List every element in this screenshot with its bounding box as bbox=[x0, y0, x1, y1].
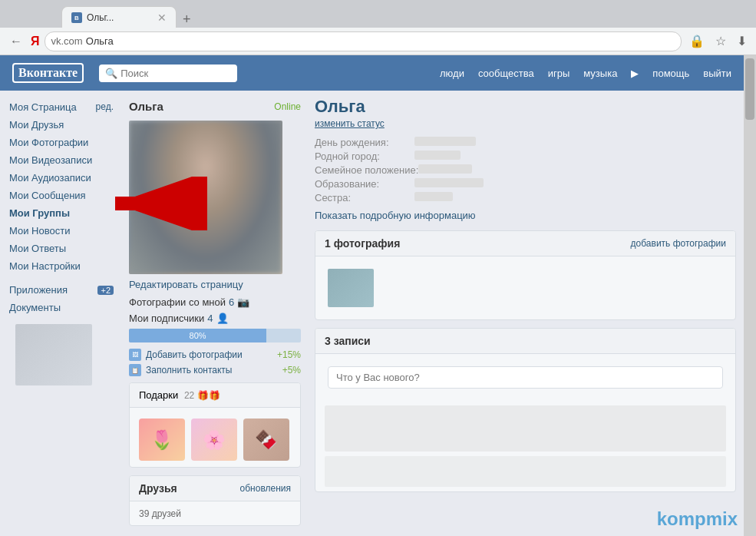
task-contacts-bonus: +5% bbox=[282, 365, 301, 376]
add-photos-link[interactable]: добавить фотографии bbox=[631, 238, 726, 249]
search-input[interactable] bbox=[120, 68, 213, 79]
sidebar-item-news[interactable]: Мои Новости bbox=[0, 222, 123, 240]
friends-box: Друзья обновления 39 друзей bbox=[129, 475, 301, 526]
scrollbar-thumb[interactable] bbox=[745, 58, 754, 120]
field-family: Семейное положение: bbox=[315, 164, 736, 176]
nav-music[interactable]: музыка bbox=[583, 68, 617, 79]
breadcrumb: Ольга bbox=[129, 100, 163, 113]
show-more-link[interactable]: Показать подробную информацию bbox=[315, 210, 736, 221]
task-photo-icon: 🖼 bbox=[129, 349, 141, 361]
download-icon[interactable]: ⬇ bbox=[734, 32, 750, 50]
subscribers-label: Мои подписчики bbox=[129, 313, 204, 324]
photos-label: Фотографии со мной bbox=[129, 296, 226, 308]
photo-thumbnail[interactable] bbox=[328, 269, 374, 307]
vk-logo[interactable]: Вконтакте bbox=[12, 63, 84, 83]
vk-page: Вконтакте 🔍 люди сообщества игры музыка … bbox=[0, 55, 744, 536]
nav-games[interactable]: игры bbox=[548, 68, 570, 79]
address-site: vk.com bbox=[51, 35, 83, 47]
field-birthday: День рождения: bbox=[315, 137, 736, 148]
progress-section: 80% bbox=[129, 329, 301, 342]
posts-section-title: 3 записи bbox=[325, 335, 371, 347]
friends-count: 39 друзей bbox=[139, 508, 181, 519]
city-value bbox=[414, 151, 461, 160]
posts-section-header: 3 записи bbox=[315, 329, 735, 354]
sidebar: Моя Страница ред. Мои Друзья Мои Фотогра… bbox=[0, 91, 123, 536]
star-icon[interactable]: ☆ bbox=[712, 32, 729, 50]
sidebar-item-answers[interactable]: Мои Ответы bbox=[0, 240, 123, 257]
new-tab-button[interactable]: + bbox=[177, 12, 197, 28]
edit-page-link[interactable]: Редактировать страницу bbox=[129, 279, 301, 290]
nav-logout[interactable]: выйти bbox=[703, 68, 731, 79]
subscribers-icon: 👤 bbox=[216, 313, 229, 324]
sidebar-item-photos[interactable]: Мои Фотографии bbox=[0, 134, 123, 151]
new-post-input[interactable] bbox=[328, 366, 723, 389]
subscribers-stat: Мои подписчики 4 👤 bbox=[129, 313, 229, 324]
family-value bbox=[418, 164, 472, 174]
browser-tab[interactable]: В Ольг... ✕ bbox=[61, 6, 177, 28]
friends-title: Друзья bbox=[139, 482, 177, 495]
posts-content bbox=[315, 354, 735, 401]
back-button[interactable]: ← bbox=[6, 33, 26, 50]
lock-icon: 🔒 bbox=[686, 32, 708, 50]
profile-fields: День рождения: Родной город: Семейное по… bbox=[315, 137, 736, 203]
yandex-icon: Я bbox=[31, 35, 40, 48]
task-photos-label[interactable]: Добавить фотографии bbox=[146, 349, 243, 360]
svg-text:В: В bbox=[74, 15, 79, 22]
friends-header: Друзья обновления bbox=[130, 476, 300, 501]
tab-label: Ольг... bbox=[87, 12, 114, 23]
gifts-header: Подарки 22 🎁🎁 bbox=[130, 383, 300, 408]
photos-content bbox=[315, 256, 735, 319]
change-status-link[interactable]: изменить статус bbox=[315, 118, 736, 129]
sidebar-item-videos[interactable]: Мои Видеозаписи bbox=[0, 151, 123, 169]
nav-help[interactable]: помощь bbox=[652, 68, 689, 79]
friends-action[interactable]: обновления bbox=[240, 483, 291, 494]
task-contacts-label[interactable]: Заполнить контакты bbox=[146, 365, 232, 376]
sidebar-avatar bbox=[15, 324, 92, 385]
tab-close-button[interactable]: ✕ bbox=[157, 12, 167, 24]
city-label: Родной город: bbox=[315, 151, 414, 162]
sidebar-item-groups[interactable]: Мои Группы bbox=[0, 204, 123, 222]
family-label: Семейное положение: bbox=[315, 164, 418, 176]
profile-photo[interactable] bbox=[129, 121, 282, 274]
photos-icon: 📷 bbox=[237, 296, 249, 308]
online-status: Online bbox=[274, 101, 301, 112]
address-query: Ольга bbox=[86, 35, 114, 47]
progress-fill: 80% bbox=[129, 329, 266, 342]
sidebar-item-audio[interactable]: Мои Аудиозаписи bbox=[0, 169, 123, 187]
sidebar-item-friends[interactable]: Мои Друзья bbox=[0, 116, 123, 134]
sidebar-item-my-page[interactable]: Моя Страница ред. bbox=[0, 98, 123, 116]
watermark: kompmix bbox=[657, 508, 738, 530]
sidebar-item-apps[interactable]: Приложения +2 bbox=[0, 281, 123, 299]
gift-item-1: 🌷 bbox=[139, 419, 185, 461]
profile-name: Ольга bbox=[315, 97, 736, 117]
vk-search-box[interactable]: 🔍 bbox=[99, 65, 237, 82]
birthday-label: День рождения: bbox=[315, 137, 414, 148]
sidebar-item-settings[interactable]: Мои Настройки bbox=[0, 257, 123, 275]
field-city: Родной город: bbox=[315, 151, 736, 162]
sidebar-item-messages[interactable]: Мои Сообщения bbox=[0, 187, 123, 204]
post-item-2 bbox=[325, 456, 726, 487]
posts-list bbox=[315, 401, 735, 491]
nav-people[interactable]: люди bbox=[440, 68, 464, 79]
profile-photo-blur bbox=[129, 121, 282, 274]
subscribers-row: Мои подписчики 4 👤 bbox=[129, 313, 301, 324]
profile-info: Ольга изменить статус День рождения: Род… bbox=[315, 97, 736, 221]
gift-images: 🌷 🌸 🍫 bbox=[139, 419, 291, 461]
gifts-box: Подарки 22 🎁🎁 🌷 🌸 🍫 bbox=[129, 382, 301, 468]
nav-more-arrow[interactable]: ▶ bbox=[631, 68, 639, 79]
task-contacts: 📋 Заполнить контакты +5% bbox=[129, 364, 301, 376]
nav-communities[interactable]: сообщества bbox=[478, 68, 534, 79]
stats-row: Фотографии со мной 6 📷 bbox=[129, 296, 301, 308]
sister-value bbox=[414, 192, 453, 201]
address-bar[interactable]: vk.com Ольга bbox=[45, 31, 682, 51]
vk-nav: люди сообщества игры музыка ▶ помощь вый… bbox=[440, 68, 731, 79]
search-icon: 🔍 bbox=[105, 68, 117, 79]
sidebar-item-docs[interactable]: Документы bbox=[0, 299, 123, 316]
education-value bbox=[414, 178, 484, 187]
field-education: Образование: bbox=[315, 178, 736, 190]
scrollbar[interactable] bbox=[744, 55, 756, 536]
sister-label: Сестра: bbox=[315, 192, 414, 203]
birthday-value bbox=[414, 137, 476, 146]
photos-count: 6 bbox=[229, 296, 234, 308]
photos-stat: Фотографии со мной 6 📷 bbox=[129, 296, 249, 308]
